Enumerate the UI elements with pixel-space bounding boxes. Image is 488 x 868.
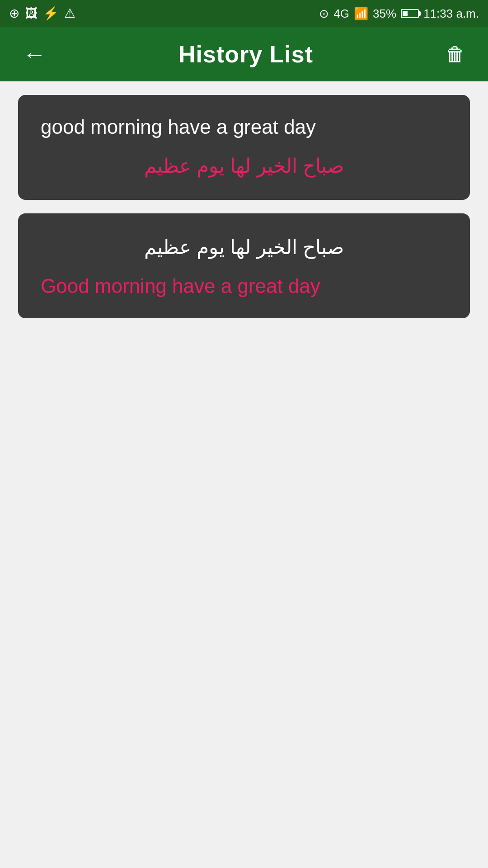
back-arrow-icon: ←: [23, 41, 46, 67]
app-bar: ← History List 🗑: [0, 27, 488, 81]
network-label: 4G: [333, 7, 349, 21]
back-button[interactable]: ←: [18, 36, 51, 72]
history-item-1-original: good morning have a great day: [41, 113, 447, 141]
wifi-icon: ⊙: [319, 7, 329, 21]
usb-icon: ⚡: [43, 7, 59, 20]
battery-icon: [401, 9, 419, 18]
warning-icon: ⚠: [64, 7, 75, 20]
history-list-content: good morning have a great day صباح الخير…: [0, 81, 488, 868]
time-label: 11:33 a.m.: [423, 7, 479, 21]
status-icons-left: ⊕ 🖼 ⚡ ⚠: [9, 7, 75, 20]
history-item-2-original: صباح الخير لها يوم عظيم: [41, 231, 447, 263]
history-item-2[interactable]: صباح الخير لها يوم عظيم Good morning hav…: [18, 213, 470, 318]
trash-icon: 🗑: [446, 43, 465, 65]
status-icons-right: ⊙ 4G 📶 35% 11:33 a.m.: [319, 7, 479, 21]
whatsapp-icon: ⊕: [9, 7, 19, 20]
image-icon: 🖼: [25, 7, 38, 20]
status-bar: ⊕ 🖼 ⚡ ⚠ ⊙ 4G 📶 35% 11:33 a.m.: [0, 0, 488, 27]
battery-label: 35%: [373, 7, 396, 21]
history-item-1-translated: صباح الخير لها يوم عظيم: [41, 150, 447, 182]
history-item-2-translated: Good morning have a great day: [41, 272, 447, 300]
page-title: History List: [178, 41, 313, 68]
delete-button[interactable]: 🗑: [441, 38, 470, 70]
signal-icon: 📶: [354, 7, 368, 21]
history-item-1[interactable]: good morning have a great day صباح الخير…: [18, 95, 470, 200]
